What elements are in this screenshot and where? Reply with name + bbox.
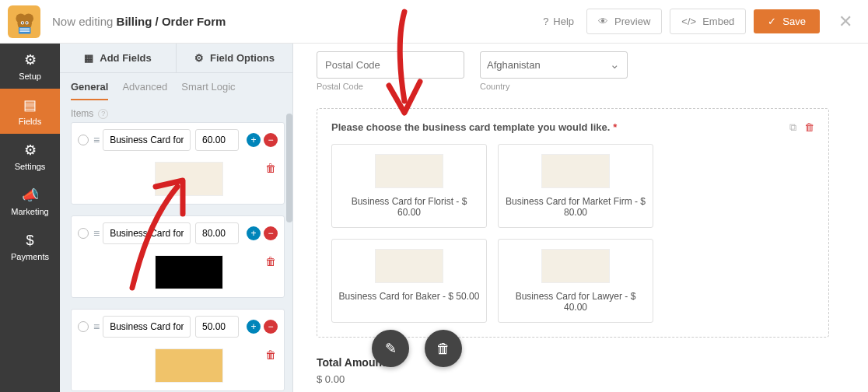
card-caption: Business Card for Lawyer - $ 40.00 xyxy=(505,291,646,313)
item-thumbnail[interactable] xyxy=(155,348,223,383)
remove-item-button[interactable]: − xyxy=(264,226,278,240)
tab-add-fields[interactable]: ▦ Add Fields xyxy=(60,44,177,72)
item-radio[interactable] xyxy=(78,321,89,332)
help-icon: ? xyxy=(543,16,548,27)
choice-title: Please choose the business card template… xyxy=(331,121,789,133)
card-thumbnail xyxy=(375,154,443,188)
postal-code-input[interactable] xyxy=(317,51,464,79)
card-thumbnail xyxy=(541,154,610,188)
add-item-button[interactable]: + xyxy=(247,133,261,147)
check-icon: ✓ xyxy=(768,16,776,27)
preview-button[interactable]: 👁 Preview xyxy=(586,9,662,34)
rail-payments[interactable]: $ Payments xyxy=(0,224,60,269)
card-thumbnail xyxy=(375,249,443,283)
eye-icon: 👁 xyxy=(598,16,608,27)
dollar-icon: $ xyxy=(26,233,33,249)
pencil-icon: ✎ xyxy=(385,340,397,357)
item-block: ≡+−🗑 xyxy=(71,215,285,298)
card-option[interactable]: Business Card for Market Firm - $ 80.00 xyxy=(498,144,653,228)
svg-rect-8 xyxy=(19,28,30,29)
duplicate-icon[interactable]: ⧉ xyxy=(789,121,796,134)
country-select[interactable]: Afghanistan xyxy=(480,51,628,79)
rail-fields[interactable]: ▤ Fields xyxy=(0,89,60,134)
close-icon[interactable]: ✕ xyxy=(838,12,852,32)
country-sublabel: Country xyxy=(480,82,628,91)
sliders-icon: ⚙ xyxy=(24,142,37,159)
delete-image-icon[interactable]: 🗑 xyxy=(265,348,276,361)
item-name-input[interactable] xyxy=(103,129,191,151)
gear-icon: ⚙ xyxy=(24,51,37,68)
total-amount-value: $ 0.00 xyxy=(317,373,829,385)
help-link[interactable]: ? Help xyxy=(538,11,579,32)
drag-handle-icon[interactable]: ≡ xyxy=(93,227,98,240)
bullhorn-icon: 📣 xyxy=(22,187,39,204)
left-panel: ▦ Add Fields ⚙ Field Options General Adv… xyxy=(60,44,293,392)
item-thumbnail[interactable] xyxy=(155,255,223,289)
item-price-input[interactable] xyxy=(195,316,239,338)
grid-icon: ▦ xyxy=(84,52,93,64)
save-button[interactable]: ✓ Save xyxy=(754,9,820,33)
rail-setup[interactable]: ⚙ Setup xyxy=(0,44,60,89)
subtab-general[interactable]: General xyxy=(71,81,108,100)
card-caption: Business Card for Florist - $ 60.00 xyxy=(338,196,480,218)
item-price-input[interactable] xyxy=(195,129,239,151)
card-option[interactable]: Business Card for Baker - $ 50.00 xyxy=(331,239,487,323)
floating-actions: ✎ 🗑 xyxy=(372,330,462,367)
item-name-input[interactable] xyxy=(103,316,191,338)
info-icon[interactable]: ? xyxy=(98,109,108,119)
subtab-advanced[interactable]: Advanced xyxy=(122,81,167,100)
tab-field-options[interactable]: ⚙ Field Options xyxy=(177,44,292,72)
card-option[interactable]: Business Card for Florist - $ 60.00 xyxy=(331,144,487,228)
delete-image-icon[interactable]: 🗑 xyxy=(265,162,276,174)
svg-point-5 xyxy=(22,22,23,23)
delete-image-icon[interactable]: 🗑 xyxy=(265,255,276,268)
scrollbar[interactable] xyxy=(286,114,292,222)
form-icon: ▤ xyxy=(23,96,37,114)
item-block: ≡+−🗑 xyxy=(71,122,285,205)
item-thumbnail[interactable] xyxy=(155,162,223,196)
postal-code-sublabel: Postal Code xyxy=(317,82,464,91)
page-title: Now editing Billing / Order Form xyxy=(52,15,226,28)
svg-rect-9 xyxy=(19,30,30,31)
delete-icon[interactable]: 🗑 xyxy=(804,121,814,134)
item-price-input[interactable] xyxy=(195,222,239,244)
rail-settings[interactable]: ⚙ Settings xyxy=(0,134,60,179)
subtab-smart[interactable]: Smart Logic xyxy=(181,81,235,100)
code-icon: </> xyxy=(681,16,696,27)
template-choice-field[interactable]: ⧉ 🗑 Please choose the business card temp… xyxy=(317,108,829,338)
trash-icon: 🗑 xyxy=(436,341,450,357)
drag-handle-icon[interactable]: ≡ xyxy=(93,320,98,333)
item-radio[interactable] xyxy=(78,135,89,145)
edit-fab[interactable]: ✎ xyxy=(372,330,409,367)
remove-item-button[interactable]: − xyxy=(264,320,278,334)
add-item-button[interactable]: + xyxy=(247,320,261,334)
items-heading: Items ? xyxy=(60,100,292,122)
card-option[interactable]: Business Card for Lawyer - $ 40.00 xyxy=(498,239,653,323)
sliders-icon: ⚙ xyxy=(194,52,204,64)
card-caption: Business Card for Baker - $ 50.00 xyxy=(338,291,480,302)
svg-point-6 xyxy=(26,22,28,23)
item-name-input[interactable] xyxy=(103,222,191,244)
delete-fab[interactable]: 🗑 xyxy=(425,330,462,367)
add-item-button[interactable]: + xyxy=(247,226,261,240)
card-caption: Business Card for Market Firm - $ 80.00 xyxy=(505,196,646,218)
field-toolbar: ⧉ 🗑 xyxy=(789,121,814,134)
app-logo xyxy=(8,5,40,38)
item-radio[interactable] xyxy=(78,228,89,239)
rail-marketing[interactable]: 📣 Marketing xyxy=(0,179,60,224)
card-thumbnail xyxy=(541,249,610,283)
embed-button[interactable]: </> Embed xyxy=(670,9,746,34)
left-rail: ⚙ Setup ▤ Fields ⚙ Settings 📣 Marketing … xyxy=(0,44,60,392)
items-list[interactable]: ≡+−🗑≡+−🗑≡+−🗑≡+−🗑 xyxy=(60,122,292,392)
remove-item-button[interactable]: − xyxy=(264,133,278,147)
item-block: ≡+−🗑 xyxy=(71,309,285,391)
drag-handle-icon[interactable]: ≡ xyxy=(93,134,98,146)
